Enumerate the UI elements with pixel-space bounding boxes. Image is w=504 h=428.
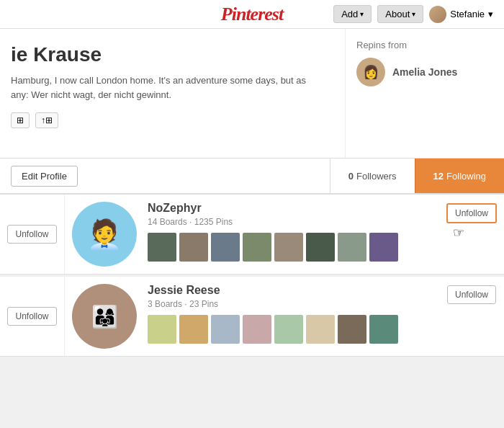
following-stat[interactable]: 12 Following	[415, 159, 504, 193]
thumb	[338, 315, 366, 344]
profile-area: ie Krause Hamburg, I now call London hom…	[0, 29, 504, 159]
unfollow-button-main-1[interactable]: Unfollow	[446, 203, 497, 223]
following-list: Unfollow 🧑‍💼 NoZephyr 14 Boards · 1235 P…	[0, 195, 504, 428]
thumb	[179, 315, 208, 344]
avatar-jessie: 👨‍👩‍👧	[72, 284, 137, 349]
thumb	[338, 233, 366, 262]
following-thumbs-1	[148, 233, 432, 262]
followers-stat[interactable]: 0 Followers	[330, 159, 415, 193]
user-avatar-small	[429, 6, 446, 23]
left-col-2: Unfollow	[0, 277, 65, 356]
repins-name: Amelia Jones	[392, 66, 457, 78]
following-thumbs-2	[148, 315, 432, 344]
header: Pinterest Add ▾ About ▾ Stefanie ▾	[0, 0, 504, 29]
thumb	[369, 315, 398, 344]
unfollow-button-left-1[interactable]: Unfollow	[7, 225, 56, 244]
stats-bar: Edit Profile 0 Followers 12 Following	[0, 159, 504, 195]
following-meta-1: 14 Boards · 1235 Pins	[148, 217, 432, 227]
profile-icons: ⊞ ↑⊞	[11, 112, 334, 128]
following-item: Unfollow 🧑‍💼 NoZephyr 14 Boards · 1235 P…	[0, 195, 504, 275]
thumb	[211, 315, 240, 344]
logo-area: Pinterest	[221, 4, 283, 25]
repins-avatar: 👩	[356, 58, 385, 86]
profile-icon-1[interactable]: ⊞	[11, 112, 30, 128]
following-item: Unfollow 👨‍👩‍👧 Jessie Reese 3 Boards · 2…	[0, 277, 504, 357]
repins-user: 👩 Amelia Jones	[356, 58, 493, 86]
thumb	[148, 233, 176, 262]
profile-left: ie Krause Hamburg, I now call London hom…	[0, 29, 346, 158]
following-label: Following	[446, 171, 486, 182]
following-meta-2: 3 Boards · 23 Pins	[148, 299, 432, 309]
followers-label: Followers	[356, 171, 397, 182]
add-arrow-icon: ▾	[360, 10, 364, 18]
following-count: 12	[433, 171, 444, 182]
thumb	[306, 315, 335, 344]
thumb	[274, 315, 303, 344]
info-1: NoZephyr 14 Boards · 1235 Pins	[144, 195, 439, 274]
user-menu[interactable]: Stefanie ▾	[429, 6, 493, 23]
profile-icon-2[interactable]: ↑⊞	[35, 112, 58, 128]
profile-bio: Hamburg, I now call London home. It's an…	[11, 73, 334, 102]
avatar-nozephyr: 🧑‍💼	[72, 202, 137, 267]
info-2: Jessie Reese 3 Boards · 23 Pins	[144, 277, 439, 356]
following-name-1: NoZephyr	[148, 202, 432, 215]
thumb	[243, 233, 271, 262]
profile-name: ie Krause	[11, 43, 334, 66]
thumb	[274, 233, 303, 262]
thumb	[243, 315, 271, 344]
left-col-1: Unfollow	[0, 195, 65, 274]
thumb	[211, 233, 240, 262]
edit-profile-button[interactable]: Edit Profile	[11, 166, 78, 187]
nav-right: Add ▾ About ▾ Stefanie ▾	[333, 5, 493, 23]
repins-title: Repins from	[356, 40, 493, 50]
following-name-2: Jessie Reese	[148, 284, 432, 297]
avatar-col-2: 👨‍👩‍👧	[65, 277, 144, 356]
followers-count: 0	[348, 171, 354, 182]
thumb	[179, 233, 208, 262]
user-name: Stefanie	[450, 9, 485, 19]
about-arrow-icon: ▾	[412, 10, 415, 18]
unfollow-col-2: Unfollow	[439, 277, 504, 356]
avatar-col-1: 🧑‍💼	[65, 195, 144, 274]
about-button[interactable]: About ▾	[377, 5, 423, 23]
profile-right: Repins from 👩 Amelia Jones	[346, 29, 504, 158]
thumb	[148, 315, 176, 344]
unfollow-col-1: Unfollow	[439, 195, 504, 274]
user-arrow-icon: ▾	[488, 9, 493, 19]
thumb	[306, 233, 335, 262]
add-button[interactable]: Add ▾	[333, 5, 372, 23]
unfollow-button-main-2[interactable]: Unfollow	[447, 285, 496, 304]
pinterest-logo[interactable]: Pinterest	[221, 4, 283, 24]
unfollow-button-left-2[interactable]: Unfollow	[7, 307, 56, 326]
stats-left: Edit Profile	[0, 166, 330, 187]
thumb	[369, 233, 398, 262]
stats-right: 0 Followers 12 Following	[330, 159, 504, 193]
